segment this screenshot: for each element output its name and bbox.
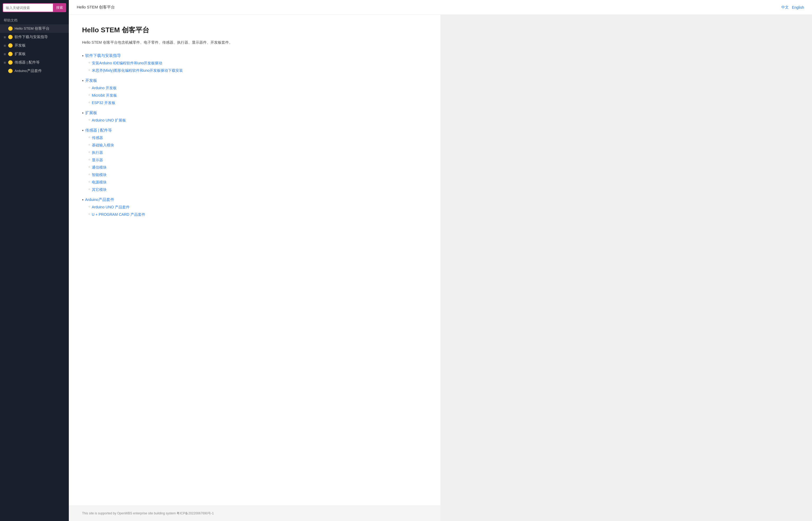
toc-section-link[interactable]: 软件下载与安装指导 bbox=[82, 53, 121, 58]
sidebar-item-label: 开发板 bbox=[15, 43, 26, 48]
main-wrapper: Hello STEM 创客平台 中文 English Hello STEM 创客… bbox=[69, 0, 812, 521]
toc-section: 传感器 | 配件等传感器基础输入模块执行器显示器通信模块智能模块电源模块其它模块 bbox=[82, 128, 427, 192]
toc-sub-link[interactable]: 电源模块 bbox=[92, 180, 107, 185]
toc-section-link[interactable]: 扩展板 bbox=[82, 110, 97, 115]
toc-sub-list: Arduino UNO 扩展板 bbox=[88, 117, 427, 123]
page-title: Hello STEM 创客平台 bbox=[82, 25, 427, 35]
toc-sub-item: 其它模块 bbox=[88, 187, 427, 192]
sidebar-item-sensors[interactable]: ⊞🟡传感器 | 配件等 bbox=[0, 58, 69, 67]
toc-sub-item: ESP32 开发板 bbox=[88, 100, 427, 106]
toc-sub-item: 智能模块 bbox=[88, 172, 427, 178]
toc-sub-link[interactable]: 智能模块 bbox=[92, 172, 107, 178]
toc-sub-list: 传感器基础输入模块执行器显示器通信模块智能模块电源模块其它模块 bbox=[88, 135, 427, 192]
toc-sub-item: Microbit 开发板 bbox=[88, 93, 427, 98]
sidebar-item-hello-stem[interactable]: ⊞🟡Hello STEM 创客平台 bbox=[0, 24, 69, 33]
toc-sub-link[interactable]: ESP32 开发板 bbox=[92, 100, 115, 106]
toc-section-link[interactable]: 传感器 | 配件等 bbox=[82, 128, 112, 133]
toc-sub-link[interactable]: 安装Arduino IDE编程软件和uno开发板驱动 bbox=[92, 60, 163, 66]
toc-sub-item: 显示器 bbox=[88, 157, 427, 163]
sidebar-item-label: 扩展板 bbox=[15, 52, 26, 56]
header-title: Hello STEM 创客平台 bbox=[77, 5, 115, 10]
toc-section: 扩展板Arduino UNO 扩展板 bbox=[82, 110, 427, 123]
sidebar-item-label: 传感器 | 配件等 bbox=[15, 60, 40, 65]
toc-sub-item: U + PROGRAM CARD 产品套件 bbox=[88, 212, 427, 217]
lang-en-link[interactable]: English bbox=[792, 5, 804, 9]
folder-icon: 🟡 bbox=[8, 26, 13, 31]
folder-icon: 🟡 bbox=[8, 52, 13, 56]
search-button[interactable]: 搜索 bbox=[53, 4, 66, 12]
sidebar: 搜索 帮助文档 ⊞🟡Hello STEM 创客平台⊞🟡软件下载与安装指导⊞🟡开发… bbox=[0, 0, 69, 521]
right-panel bbox=[440, 15, 812, 521]
content-and-right: Hello STEM 创客平台 Hello STEM 创客平台包含机械零件、电子… bbox=[69, 15, 812, 521]
lang-switcher: 中文 English bbox=[781, 5, 804, 10]
toc-sub-item: Arduino UNO 扩展板 bbox=[88, 117, 427, 123]
folder-icon: 🟡 bbox=[8, 43, 13, 48]
expand-icon: ⊞ bbox=[4, 61, 6, 64]
sidebar-nav: ⊞🟡Hello STEM 创客平台⊞🟡软件下载与安装指导⊞🟡开发板⊞🟡扩展板⊞🟡… bbox=[0, 24, 69, 75]
toc-sub-link[interactable]: Arduino UNO 扩展板 bbox=[92, 117, 126, 123]
toc-list: 软件下载与安装指导安装Arduino IDE编程软件和uno开发板驱动米思齐(M… bbox=[82, 53, 427, 217]
toc-sub-link[interactable]: 显示器 bbox=[92, 157, 103, 163]
sidebar-item-label: Arduino产品套件 bbox=[15, 69, 42, 73]
search-area: 搜索 bbox=[0, 0, 69, 15]
toc-sub-link[interactable]: Arduino 开发板 bbox=[92, 85, 117, 91]
toc-sub-link[interactable]: U + PROGRAM CARD 产品套件 bbox=[92, 212, 145, 217]
toc-section: Arduino产品套件Arduino UNO 产品套件U + PROGRAM C… bbox=[82, 197, 427, 217]
toc-sub-link[interactable]: 传感器 bbox=[92, 135, 103, 141]
expand-icon: ⊞ bbox=[4, 53, 6, 55]
toc-sub-item: 基础输入模块 bbox=[88, 142, 427, 148]
toc-sub-item: 安装Arduino IDE编程软件和uno开发板驱动 bbox=[88, 60, 427, 66]
search-input[interactable] bbox=[3, 4, 53, 12]
toc-sub-link[interactable]: 通信模块 bbox=[92, 165, 107, 170]
content-column: Hello STEM 创客平台 Hello STEM 创客平台包含机械零件、电子… bbox=[69, 15, 440, 521]
sidebar-item-dev-board[interactable]: ⊞🟡开发板 bbox=[0, 41, 69, 50]
toc-sub-list: Arduino UNO 产品套件U + PROGRAM CARD 产品套件 bbox=[88, 204, 427, 217]
toc-section-link[interactable]: 开发板 bbox=[82, 78, 97, 83]
sidebar-item-label: Hello STEM 创客平台 bbox=[15, 26, 49, 31]
toc-sub-item: 电源模块 bbox=[88, 180, 427, 185]
lang-cn-link[interactable]: 中文 bbox=[781, 5, 789, 10]
sidebar-item-label: 软件下载与安装指导 bbox=[15, 35, 48, 40]
header: Hello STEM 创客平台 中文 English bbox=[69, 0, 812, 15]
search-bar: 搜索 bbox=[3, 3, 66, 12]
folder-icon: 🟡 bbox=[8, 60, 13, 65]
toc-sub-link[interactable]: 其它模块 bbox=[92, 187, 107, 192]
page-desc: Hello STEM 创客平台包含机械零件、电子零件、传感器、执行器、显示器件、… bbox=[82, 40, 427, 45]
toc-sub-item: Arduino UNO 产品套件 bbox=[88, 204, 427, 210]
toc-sub-item: 通信模块 bbox=[88, 165, 427, 170]
toc-section: 开发板Arduino 开发板Microbit 开发板ESP32 开发板 bbox=[82, 78, 427, 106]
sidebar-item-arduino-kits[interactable]: ⊞🟡Arduino产品套件 bbox=[0, 67, 69, 75]
content-inner: Hello STEM 创客平台 Hello STEM 创客平台包含机械零件、电子… bbox=[69, 15, 440, 506]
folder-icon: 🟡 bbox=[8, 69, 13, 73]
sidebar-help-label: 帮助文档 bbox=[0, 15, 69, 24]
expand-icon: ⊞ bbox=[4, 44, 6, 47]
toc-sub-link[interactable]: 米思齐(Mixly)图形化编程软件和uno开发板驱动下载安装 bbox=[92, 68, 183, 73]
toc-sub-link[interactable]: Microbit 开发板 bbox=[92, 93, 117, 98]
toc-sub-item: 执行器 bbox=[88, 150, 427, 155]
sidebar-item-software-install[interactable]: ⊞🟡软件下载与安装指导 bbox=[0, 33, 69, 41]
footer-text: This site is supported by OpenWBS enterp… bbox=[82, 512, 214, 515]
toc-sub-list: 安装Arduino IDE编程软件和uno开发板驱动米思齐(Mixly)图形化编… bbox=[88, 60, 427, 73]
footer: This site is supported by OpenWBS enterp… bbox=[69, 506, 440, 521]
toc-section: 软件下载与安装指导安装Arduino IDE编程软件和uno开发板驱动米思齐(M… bbox=[82, 53, 427, 73]
sidebar-item-expansion-board[interactable]: ⊞🟡扩展板 bbox=[0, 50, 69, 58]
toc-sub-list: Arduino 开发板Microbit 开发板ESP32 开发板 bbox=[88, 85, 427, 106]
folder-icon: 🟡 bbox=[8, 35, 13, 40]
expand-icon: ⊞ bbox=[4, 36, 6, 39]
toc-sub-link[interactable]: 基础输入模块 bbox=[92, 142, 114, 148]
toc-sub-link[interactable]: Arduino UNO 产品套件 bbox=[92, 204, 130, 210]
toc-sub-link[interactable]: 执行器 bbox=[92, 150, 103, 155]
toc-sub-item: 米思齐(Mixly)图形化编程软件和uno开发板驱动下载安装 bbox=[88, 68, 427, 73]
toc-sub-item: 传感器 bbox=[88, 135, 427, 141]
toc-sub-item: Arduino 开发板 bbox=[88, 85, 427, 91]
toc-section-link[interactable]: Arduino产品套件 bbox=[82, 197, 114, 202]
